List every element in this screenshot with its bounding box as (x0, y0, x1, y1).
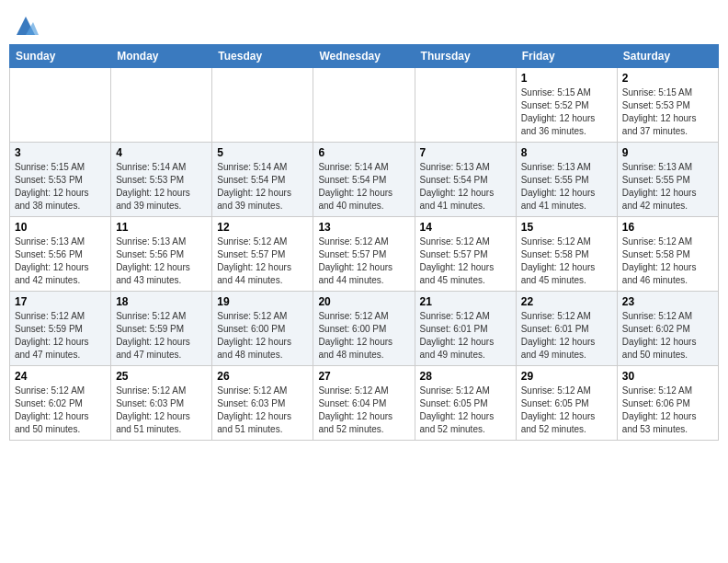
weekday-header-tuesday: Tuesday (212, 45, 313, 68)
day-info: Sunrise: 5:12 AM Sunset: 5:58 PM Dayligh… (622, 236, 713, 287)
day-number: 19 (217, 295, 308, 308)
calendar-cell: 24Sunrise: 5:12 AM Sunset: 6:02 PM Dayli… (10, 366, 111, 441)
logo (13, 13, 42, 39)
day-number: 21 (420, 295, 511, 308)
day-info: Sunrise: 5:12 AM Sunset: 6:02 PM Dayligh… (15, 385, 106, 436)
calendar-cell: 5Sunrise: 5:14 AM Sunset: 5:54 PM Daylig… (212, 143, 313, 217)
day-info: Sunrise: 5:12 AM Sunset: 6:01 PM Dayligh… (420, 310, 511, 362)
day-number: 6 (318, 146, 409, 159)
day-info: Sunrise: 5:12 AM Sunset: 5:59 PM Dayligh… (116, 310, 207, 362)
weekday-header-thursday: Thursday (415, 45, 516, 68)
day-info: Sunrise: 5:12 AM Sunset: 6:00 PM Dayligh… (318, 310, 409, 362)
calendar-cell: 8Sunrise: 5:13 AM Sunset: 5:55 PM Daylig… (516, 143, 617, 217)
calendar-week-4: 17Sunrise: 5:12 AM Sunset: 5:59 PM Dayli… (10, 292, 719, 366)
day-number: 9 (622, 146, 713, 159)
day-info: Sunrise: 5:12 AM Sunset: 6:04 PM Dayligh… (318, 385, 409, 436)
day-number: 27 (318, 370, 409, 383)
day-number: 8 (521, 146, 612, 159)
day-number: 4 (116, 146, 207, 159)
day-info: Sunrise: 5:12 AM Sunset: 6:06 PM Dayligh… (622, 385, 713, 436)
calendar-cell: 3Sunrise: 5:15 AM Sunset: 5:53 PM Daylig… (10, 143, 111, 217)
calendar-cell: 9Sunrise: 5:13 AM Sunset: 5:55 PM Daylig… (617, 143, 718, 217)
calendar-cell (212, 68, 313, 143)
day-number: 22 (521, 295, 612, 308)
day-number: 29 (521, 370, 612, 383)
day-number: 13 (318, 221, 409, 234)
day-number: 28 (420, 370, 511, 383)
calendar-cell: 26Sunrise: 5:12 AM Sunset: 6:03 PM Dayli… (212, 366, 313, 441)
calendar-cell (111, 68, 212, 143)
calendar-cell: 27Sunrise: 5:12 AM Sunset: 6:04 PM Dayli… (313, 366, 415, 441)
calendar-table: SundayMondayTuesdayWednesdayThursdayFrid… (9, 44, 719, 441)
calendar-cell: 15Sunrise: 5:12 AM Sunset: 5:58 PM Dayli… (516, 217, 617, 292)
calendar-cell: 2Sunrise: 5:15 AM Sunset: 5:53 PM Daylig… (617, 68, 718, 143)
calendar-cell: 20Sunrise: 5:12 AM Sunset: 6:00 PM Dayli… (313, 292, 415, 366)
calendar-cell: 19Sunrise: 5:12 AM Sunset: 6:00 PM Dayli… (212, 292, 313, 366)
calendar-cell: 17Sunrise: 5:12 AM Sunset: 5:59 PM Dayli… (10, 292, 111, 366)
weekday-header-monday: Monday (111, 45, 212, 68)
day-number: 1 (521, 72, 612, 85)
calendar-cell: 11Sunrise: 5:13 AM Sunset: 5:56 PM Dayli… (111, 217, 212, 292)
day-number: 14 (420, 221, 511, 234)
day-number: 12 (217, 221, 308, 234)
calendar-cell: 25Sunrise: 5:12 AM Sunset: 6:03 PM Dayli… (111, 366, 212, 441)
weekday-header-saturday: Saturday (617, 45, 718, 68)
calendar-week-2: 3Sunrise: 5:15 AM Sunset: 5:53 PM Daylig… (10, 143, 719, 217)
calendar-cell: 28Sunrise: 5:12 AM Sunset: 6:05 PM Dayli… (415, 366, 516, 441)
day-number: 10 (15, 221, 106, 234)
day-info: Sunrise: 5:12 AM Sunset: 6:00 PM Dayligh… (217, 310, 308, 362)
day-number: 3 (15, 146, 106, 159)
day-info: Sunrise: 5:12 AM Sunset: 5:57 PM Dayligh… (318, 236, 409, 287)
calendar-week-3: 10Sunrise: 5:13 AM Sunset: 5:56 PM Dayli… (10, 217, 719, 292)
day-info: Sunrise: 5:14 AM Sunset: 5:54 PM Dayligh… (318, 161, 409, 213)
day-info: Sunrise: 5:12 AM Sunset: 5:57 PM Dayligh… (420, 236, 511, 287)
calendar-cell: 13Sunrise: 5:12 AM Sunset: 5:57 PM Dayli… (313, 217, 415, 292)
day-info: Sunrise: 5:15 AM Sunset: 5:52 PM Dayligh… (521, 86, 612, 138)
day-info: Sunrise: 5:13 AM Sunset: 5:55 PM Dayligh… (622, 161, 713, 213)
calendar-cell: 1Sunrise: 5:15 AM Sunset: 5:52 PM Daylig… (516, 68, 617, 143)
weekday-header-wednesday: Wednesday (313, 45, 415, 68)
day-number: 2 (622, 72, 713, 85)
day-number: 7 (420, 146, 511, 159)
calendar-cell (313, 68, 415, 143)
day-number: 16 (622, 221, 713, 234)
page-header (9, 9, 719, 39)
day-info: Sunrise: 5:12 AM Sunset: 6:05 PM Dayligh… (420, 385, 511, 436)
day-info: Sunrise: 5:13 AM Sunset: 5:56 PM Dayligh… (116, 236, 207, 287)
day-info: Sunrise: 5:14 AM Sunset: 5:53 PM Dayligh… (116, 161, 207, 213)
day-number: 26 (217, 370, 308, 383)
day-number: 20 (318, 295, 409, 308)
day-info: Sunrise: 5:15 AM Sunset: 5:53 PM Dayligh… (15, 161, 106, 213)
calendar-cell (415, 68, 516, 143)
day-info: Sunrise: 5:12 AM Sunset: 6:02 PM Dayligh… (622, 310, 713, 362)
calendar-cell: 14Sunrise: 5:12 AM Sunset: 5:57 PM Dayli… (415, 217, 516, 292)
day-info: Sunrise: 5:12 AM Sunset: 5:58 PM Dayligh… (521, 236, 612, 287)
day-info: Sunrise: 5:15 AM Sunset: 5:53 PM Dayligh… (622, 86, 713, 138)
calendar-week-5: 24Sunrise: 5:12 AM Sunset: 6:02 PM Dayli… (10, 366, 719, 441)
calendar-cell: 7Sunrise: 5:13 AM Sunset: 5:54 PM Daylig… (415, 143, 516, 217)
calendar-cell: 23Sunrise: 5:12 AM Sunset: 6:02 PM Dayli… (617, 292, 718, 366)
calendar-cell: 30Sunrise: 5:12 AM Sunset: 6:06 PM Dayli… (617, 366, 718, 441)
day-number: 11 (116, 221, 207, 234)
day-info: Sunrise: 5:12 AM Sunset: 6:03 PM Dayligh… (217, 385, 308, 436)
weekday-header-sunday: Sunday (10, 45, 111, 68)
calendar-cell: 16Sunrise: 5:12 AM Sunset: 5:58 PM Dayli… (617, 217, 718, 292)
calendar-cell: 18Sunrise: 5:12 AM Sunset: 5:59 PM Dayli… (111, 292, 212, 366)
calendar-cell: 10Sunrise: 5:13 AM Sunset: 5:56 PM Dayli… (10, 217, 111, 292)
calendar-week-1: 1Sunrise: 5:15 AM Sunset: 5:52 PM Daylig… (10, 68, 719, 143)
calendar-cell: 21Sunrise: 5:12 AM Sunset: 6:01 PM Dayli… (415, 292, 516, 366)
day-number: 18 (116, 295, 207, 308)
calendar-cell: 29Sunrise: 5:12 AM Sunset: 6:05 PM Dayli… (516, 366, 617, 441)
day-info: Sunrise: 5:12 AM Sunset: 6:03 PM Dayligh… (116, 385, 207, 436)
day-number: 17 (15, 295, 106, 308)
day-number: 15 (521, 221, 612, 234)
day-info: Sunrise: 5:12 AM Sunset: 5:59 PM Dayligh… (15, 310, 106, 362)
day-number: 24 (15, 370, 106, 383)
day-info: Sunrise: 5:13 AM Sunset: 5:55 PM Dayligh… (521, 161, 612, 213)
calendar-cell: 4Sunrise: 5:14 AM Sunset: 5:53 PM Daylig… (111, 143, 212, 217)
day-info: Sunrise: 5:12 AM Sunset: 6:01 PM Dayligh… (521, 310, 612, 362)
day-info: Sunrise: 5:13 AM Sunset: 5:56 PM Dayligh… (15, 236, 106, 287)
day-number: 25 (116, 370, 207, 383)
day-info: Sunrise: 5:12 AM Sunset: 5:57 PM Dayligh… (217, 236, 308, 287)
day-info: Sunrise: 5:14 AM Sunset: 5:54 PM Dayligh… (217, 161, 308, 213)
